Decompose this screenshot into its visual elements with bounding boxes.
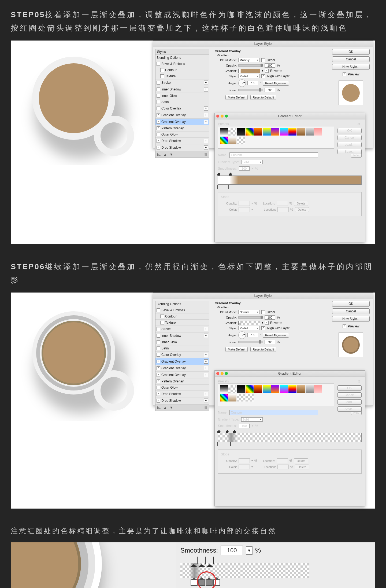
go-subtitle: Gradient (215, 54, 298, 57)
stops-panel: Stops Opacity:▾% Location:% Delete Color… (218, 192, 362, 216)
step06-text: STEP06继续添加一层渐变叠加，仍然用径向渐变，色标如下调整，主要是做杯子的内… (11, 260, 375, 287)
gradient-overlay-row-2[interactable]: Gradient Overlay+ (155, 119, 209, 125)
blendmode-select[interactable]: Multiply▾ (238, 58, 260, 62)
opacity-stop[interactable] (217, 173, 221, 175)
name-input-2[interactable]: Custom (229, 410, 318, 415)
dropdown-icon[interactable]: ▾ (246, 546, 253, 555)
gradtype-select[interactable]: Solid▾ (241, 160, 263, 164)
color-stop[interactable] (228, 185, 232, 188)
go-title: Gradient Overlay (215, 49, 298, 54)
fx-bar: fx.▲▼🗑 (155, 151, 209, 158)
angle-value[interactable]: 16 (247, 81, 258, 85)
opacity-label: Opacity: (218, 64, 237, 67)
blending-options-row[interactable]: Blending Options (155, 55, 209, 61)
inner-glow-row[interactable]: Inner Glow (155, 93, 209, 99)
styles-list: Styles Blending Options Bevel & Emboss C… (155, 49, 209, 158)
reset-alignment-button[interactable]: Reset Alignment (263, 81, 289, 86)
angle-dial[interactable] (238, 79, 246, 87)
new-style-button[interactable]: New Style... (332, 64, 370, 70)
step05-label: STEP05 (11, 10, 45, 19)
bevel-row[interactable]: Bevel & Emboss (155, 61, 209, 67)
drop-shadow-row-2[interactable]: Drop Shadow+ (155, 144, 209, 151)
drop-shadow-row-1[interactable]: Drop Shadow+ (155, 138, 209, 144)
canvas-preview-2 (11, 293, 153, 421)
fx-icon[interactable]: fx. (157, 152, 161, 156)
scale-value[interactable]: 92 (265, 88, 275, 92)
delete-button[interactable]: Delete (295, 207, 309, 212)
opacity-slider[interactable] (238, 64, 263, 67)
make-default-button[interactable]: Make Default (225, 95, 248, 100)
coffee-foam (39, 63, 109, 133)
stops-title: Stops (221, 195, 359, 199)
color-stop-big[interactable] (191, 579, 198, 586)
gradient-bar[interactable] (218, 176, 362, 185)
crop-gradient-bar[interactable] (180, 563, 309, 578)
minimize-icon[interactable] (221, 115, 224, 118)
reverse-label: Reverse (270, 69, 282, 73)
color-overlay-row[interactable]: Color Overlay+ (155, 105, 209, 112)
reverse-checkbox[interactable] (265, 69, 269, 73)
outer-glow-row[interactable]: Outer Glow (155, 132, 209, 138)
figure-step06: Layer Style Blending Options Bevel & Emb… (11, 293, 375, 509)
scale-label: Scale: (218, 89, 237, 92)
down-icon[interactable]: ▼ (170, 152, 173, 156)
crop-panel: Smoothness: 100 ▾ % (176, 542, 375, 588)
styles-header[interactable]: Styles (155, 49, 209, 55)
ge-title: Gradient Editor (215, 113, 365, 119)
ge-ok-button[interactable]: OK (337, 128, 362, 133)
scale-slider[interactable] (238, 89, 263, 91)
presets-box[interactable] (218, 126, 334, 149)
figure-crop: Smoothness: 100 ▾ % (11, 542, 375, 588)
satin-row[interactable]: Satin (155, 99, 209, 105)
zoom-icon[interactable] (225, 115, 228, 118)
trash-icon[interactable]: 🗑 (204, 152, 207, 156)
preview-checkbox[interactable] (343, 72, 346, 76)
figure-step05: Layer Style Styles Blending Options Beve… (11, 41, 375, 244)
reset-default-button[interactable]: Reset to Default (250, 95, 276, 100)
add-icon[interactable]: + (204, 81, 208, 85)
name-input[interactable]: Custom (229, 152, 318, 158)
opacity-stop-big[interactable] (191, 557, 197, 563)
up-icon[interactable]: ▲ (164, 152, 167, 156)
ge-save-button[interactable]: Save... (337, 149, 362, 154)
note-text: 注意红圈处的色标精细调整，主要是为了让咖啡沫和咖啡内部的交接自然 (11, 525, 375, 537)
opacity-stop[interactable] (229, 173, 232, 175)
pattern-overlay-row[interactable]: Pattern Overlay (155, 125, 209, 132)
dialog-title: Layer Style (153, 41, 373, 47)
close-icon[interactable] (216, 115, 219, 118)
contour-row[interactable]: Contour (155, 67, 209, 73)
ok-button[interactable]: OK (332, 49, 370, 55)
color-stop[interactable] (359, 185, 362, 188)
style-select[interactable]: Radial▾ (238, 74, 260, 78)
color-stop[interactable] (235, 185, 239, 188)
smoothness-value[interactable]: 100 (239, 166, 250, 171)
red-circle-annotation (197, 571, 216, 588)
align-label: Align with Layer (267, 74, 290, 78)
texture-row[interactable]: Texture (155, 73, 209, 79)
dither-label: Dither (267, 58, 275, 62)
crop-smoothness-value[interactable]: 100 (221, 546, 243, 555)
gear-icon[interactable]: ⚙. (357, 379, 362, 384)
step05-text: STEP05接着添加一层渐变叠加，调整成浅咖啡色作为咖啡泡沫的颜色，这一渐变叠加… (11, 8, 375, 35)
cancel-button[interactable]: Cancel (332, 56, 370, 62)
canvas-preview (11, 41, 153, 165)
delete-button[interactable]: Delete (294, 201, 308, 206)
opacity-value[interactable]: 100 (265, 63, 275, 68)
ge-cancel-button[interactable]: Cancel (337, 135, 362, 140)
stroke-row[interactable]: Stroke+ (155, 79, 209, 86)
gradient-swatch[interactable] (238, 69, 260, 73)
color-stop[interactable] (217, 185, 221, 188)
align-checkbox[interactable] (261, 74, 265, 78)
dither-checkbox[interactable] (261, 58, 265, 62)
ge-load-button[interactable]: Load... (337, 142, 362, 147)
dialog-buttons: OK Cancel New Style... Preview (332, 49, 370, 105)
gradient-editor-dialog: Gradient Editor Presets ⚙. (214, 113, 365, 242)
inner-shadow-row[interactable]: Inner Shadow+ (155, 86, 209, 93)
gear-icon[interactable]: ⚙. (357, 122, 362, 126)
presets-label: Presets (218, 122, 229, 126)
angle-label: Angle: (218, 82, 237, 85)
gradient-editor-dialog-2: Gradient Editor Presets ⚙. (214, 370, 365, 506)
gradient-bar-2[interactable] (218, 433, 362, 442)
gradient-overlay-panel-2: Gradient Overlay Gradient Blend Mode: No… (215, 301, 298, 353)
gradient-overlay-row-1[interactable]: Gradient Overlay+ (155, 112, 209, 119)
